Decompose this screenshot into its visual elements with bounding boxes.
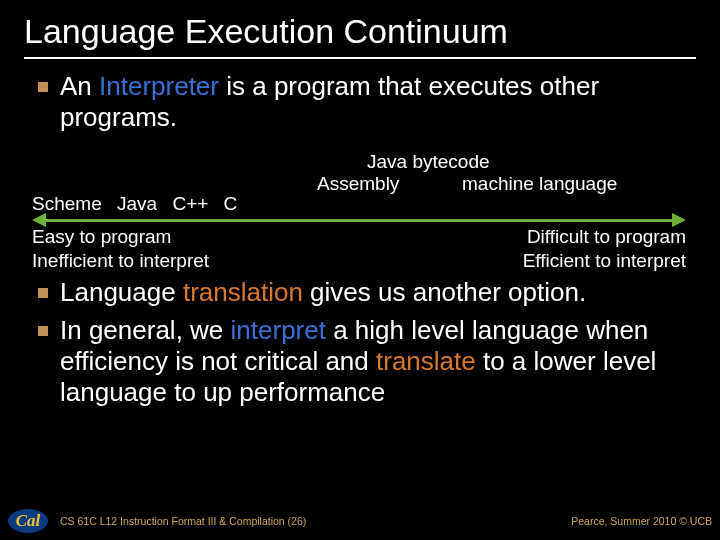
keyword-translation: translation xyxy=(183,277,303,307)
ease-right-line2: Efficient to interpret xyxy=(523,249,686,273)
bullet-marker-icon xyxy=(38,82,48,92)
lang-cpp: C++ xyxy=(172,193,208,214)
footer: Cal CS 61C L12 Instruction Format III & … xyxy=(0,508,720,540)
bullet-text: In general, we interpret a high level la… xyxy=(60,315,696,409)
keyword-translate: translate xyxy=(376,346,476,376)
bullet-item: Language translation gives us another op… xyxy=(38,277,696,308)
ease-left-block: Easy to program Inefficient to interpret xyxy=(32,225,209,273)
ease-right-block: Difficult to program Efficient to interp… xyxy=(523,225,686,273)
arrow-shaft xyxy=(45,219,673,222)
slide-title: Language Execution Continuum xyxy=(24,12,696,59)
bullet-marker-icon xyxy=(38,288,48,298)
cal-logo-icon: Cal xyxy=(8,507,48,535)
label-machine-language: machine language xyxy=(462,173,617,195)
ease-left-line2: Inefficient to interpret xyxy=(32,249,209,273)
footer-right: Pearce, Summer 2010 © UCB xyxy=(571,515,712,527)
lang-c: C xyxy=(224,193,238,214)
bullet-item: In general, we interpret a high level la… xyxy=(38,315,696,409)
continuum-diagram: Java bytecode Assembly machine language … xyxy=(32,151,696,271)
continuum-arrow xyxy=(32,217,686,223)
ease-right-line1: Difficult to program xyxy=(523,225,686,249)
bottom-bullets: Language translation gives us another op… xyxy=(38,277,696,408)
lang-java: Java xyxy=(117,193,157,214)
footer-left: CS 61C L12 Instruction Format III & Comp… xyxy=(60,515,306,527)
bullet-pre: An xyxy=(60,71,99,101)
slide: Language Execution Continuum An Interpre… xyxy=(0,0,720,540)
label-java-bytecode: Java bytecode xyxy=(367,151,490,173)
language-row: Scheme Java C++ C xyxy=(32,193,247,215)
bullet-marker-icon xyxy=(38,326,48,336)
top-bullets: An Interpreter is a program that execute… xyxy=(38,71,696,133)
bullet-text: An Interpreter is a program that execute… xyxy=(60,71,696,133)
bullet-pre: In general, we xyxy=(60,315,231,345)
lang-scheme: Scheme xyxy=(32,193,102,214)
bullet-post: gives us another option. xyxy=(303,277,586,307)
label-assembly: Assembly xyxy=(317,173,399,195)
ease-left-line1: Easy to program xyxy=(32,225,209,249)
keyword-interpreter: Interpreter xyxy=(99,71,219,101)
bullet-text: Language translation gives us another op… xyxy=(60,277,586,308)
bullet-item: An Interpreter is a program that execute… xyxy=(38,71,696,133)
bullet-pre: Language xyxy=(60,277,183,307)
keyword-interpret: interpret xyxy=(231,315,326,345)
